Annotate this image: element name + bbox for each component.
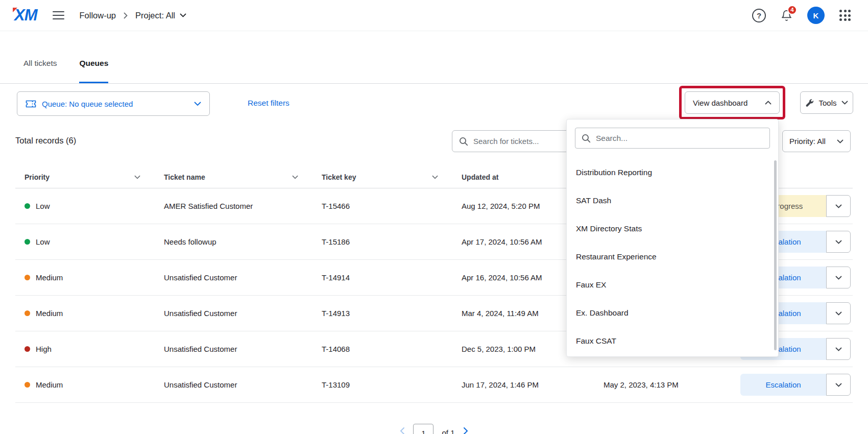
- dashboard-item[interactable]: Ex. Dashboard: [567, 299, 778, 327]
- ticket-name: Unsatisfied Customer: [164, 309, 322, 318]
- chevron-up-icon: [765, 101, 771, 105]
- status-dropdown-button[interactable]: [826, 374, 851, 396]
- header-ticket-key-label: Ticket key: [322, 173, 356, 181]
- chevron-down-icon: [837, 139, 843, 143]
- tab-queues[interactable]: Queues: [79, 58, 108, 83]
- priority-dot: [25, 203, 30, 209]
- queue-selector-label: Queue: No queue selected: [42, 100, 133, 108]
- breadcrumb: Follow-up Project: All: [80, 11, 186, 20]
- apps-grid-icon[interactable]: [839, 10, 851, 21]
- topbar: XM Follow-up Project: All: [0, 0, 868, 31]
- chevron-down-icon[interactable]: [292, 175, 298, 179]
- priority-label: Medium: [36, 309, 63, 318]
- status-badge[interactable]: Escalation: [740, 374, 826, 396]
- view-dashboard-dropdown: Distribution Reporting SAT Dash XM Direc…: [566, 119, 779, 357]
- priority-dot: [25, 239, 30, 245]
- chevron-down-icon[interactable]: [432, 175, 438, 179]
- ticket-key: T-15186: [322, 237, 462, 246]
- updated-at: Jun 17, 2024, 1:46 PM: [462, 380, 604, 389]
- previous-page-button[interactable]: [400, 424, 405, 434]
- wrench-icon: [805, 99, 814, 107]
- header-priority[interactable]: Priority: [25, 173, 164, 181]
- priority-label: Medium: [36, 273, 63, 282]
- header-updated-at-label: Updated at: [462, 173, 498, 181]
- priority-dot: [25, 382, 30, 388]
- dashboard-search-input[interactable]: [596, 134, 763, 143]
- search-icon: [459, 137, 468, 146]
- current-page-input[interactable]: 1: [413, 424, 433, 434]
- header-ticket-name[interactable]: Ticket name: [164, 173, 322, 181]
- avatar[interactable]: K: [807, 7, 825, 24]
- dashboard-item[interactable]: Faux CSAT: [567, 327, 778, 355]
- table-row[interactable]: Medium Unsatisfied Customer T-13109 Jun …: [15, 367, 853, 403]
- priority-label: High: [36, 345, 52, 353]
- tools-label: Tools: [818, 99, 836, 107]
- priority-filter-button[interactable]: Priority: All: [782, 130, 851, 152]
- notifications-button[interactable]: 4: [781, 9, 792, 22]
- header-ticket-key[interactable]: Ticket key: [322, 173, 462, 181]
- tabs-divider: [0, 83, 868, 84]
- ticket-name: Unsatisfied Customer: [164, 380, 322, 389]
- notification-badge: 4: [787, 5, 797, 15]
- priority-label: Low: [36, 202, 50, 210]
- chevron-down-icon: [180, 13, 186, 17]
- app-window: XM Follow-up Project: All: [0, 0, 868, 434]
- status-control: Escalation: [740, 374, 851, 396]
- dashboard-list: Distribution Reporting SAT Dash XM Direc…: [567, 158, 778, 355]
- priority-label: Low: [36, 237, 50, 246]
- view-dashboard-button[interactable]: View dashboard: [685, 91, 780, 114]
- status-dropdown-button[interactable]: [826, 338, 851, 360]
- pagination: 1 of 1: [0, 424, 868, 434]
- view-dashboard-label: View dashboard: [693, 99, 748, 107]
- ticket-name: AMER Satisfied Customer: [164, 202, 322, 210]
- chevron-down-icon: [194, 102, 201, 106]
- status-dropdown-button[interactable]: [826, 195, 851, 217]
- ticket-name: Unsatisfied Customer: [164, 273, 322, 282]
- dashboard-item[interactable]: Faux EX: [567, 271, 778, 299]
- ticket-icon: [26, 100, 36, 108]
- hamburger-menu-icon[interactable]: [53, 11, 64, 20]
- status-dropdown-button[interactable]: [826, 267, 851, 288]
- xm-logo[interactable]: XM: [14, 6, 37, 25]
- chevron-down-icon[interactable]: [134, 175, 140, 179]
- ticket-key: T-15466: [322, 202, 462, 210]
- breadcrumb-project-selector[interactable]: Project: All: [135, 11, 186, 20]
- priority-dot: [25, 275, 30, 280]
- breadcrumb-project-label: Project: All: [135, 11, 175, 20]
- ticket-key: T-14914: [322, 273, 462, 282]
- dropdown-scrollbar[interactable]: [774, 160, 777, 350]
- page-count-label: of 1: [442, 424, 454, 434]
- dashboard-item[interactable]: SAT Dash: [567, 186, 778, 214]
- tools-button[interactable]: Tools: [800, 91, 853, 114]
- tab-all-tickets[interactable]: All tickets: [23, 58, 57, 83]
- ticket-key: T-14068: [322, 345, 462, 353]
- ticket-key: T-13109: [322, 380, 462, 389]
- priority-filter-label: Priority: All: [789, 137, 826, 146]
- ticket-key: T-14913: [322, 309, 462, 318]
- breadcrumb-section-label: Follow-up: [80, 11, 116, 20]
- header-priority-label: Priority: [25, 173, 50, 181]
- reset-filters-link[interactable]: Reset filters: [248, 99, 290, 108]
- ticket-name: Needs followup: [164, 237, 322, 246]
- priority-label: Medium: [36, 380, 63, 389]
- dashboard-item[interactable]: Restaurant Experience: [567, 243, 778, 271]
- help-icon[interactable]: [752, 9, 766, 22]
- queue-selector-button[interactable]: Queue: No queue selected: [17, 91, 210, 116]
- total-records-label: Total records (6): [15, 136, 76, 146]
- priority-dot: [25, 310, 30, 316]
- status-dropdown-button[interactable]: [826, 231, 851, 253]
- chevron-right-icon: [124, 12, 128, 19]
- created-at: May 2, 2023, 4:13 PM: [604, 380, 740, 389]
- search-icon: [582, 134, 591, 143]
- dashboard-item[interactable]: XM Directory Stats: [567, 214, 778, 243]
- dashboard-item[interactable]: Distribution Reporting: [567, 158, 778, 186]
- priority-dot: [25, 346, 30, 352]
- annotation-highlight: View dashboard: [679, 86, 785, 119]
- next-page-button[interactable]: [463, 424, 468, 434]
- chevron-down-icon: [841, 101, 848, 105]
- breadcrumb-section[interactable]: Follow-up: [80, 11, 116, 20]
- tab-bar: All tickets Queues: [23, 58, 108, 83]
- status-dropdown-button[interactable]: [826, 302, 851, 324]
- dashboard-search: [575, 128, 770, 149]
- header-ticket-name-label: Ticket name: [164, 173, 205, 181]
